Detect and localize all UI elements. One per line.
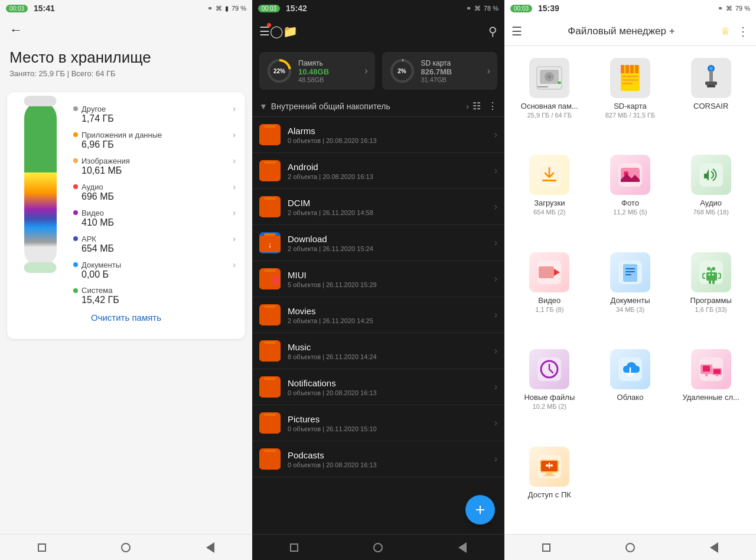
nav-back-2[interactable]	[454, 539, 471, 556]
nav-bar-2	[252, 534, 504, 560]
grid-item-cloud[interactable]: Облако	[590, 342, 671, 439]
svg-rect-14	[264, 269, 276, 272]
sd-card-card[interactable]: 2% SD карта 826.7MB 31.47GB ›	[382, 52, 498, 90]
arrow-apps: ›	[233, 130, 236, 139]
grid-view-icon[interactable]: ☷	[472, 100, 481, 112]
grid-item-hdd[interactable]: Основная пам... 25,9 ГБ / 64 ГБ	[509, 51, 590, 148]
grid-item-usb[interactable]: CORSAIR	[670, 51, 751, 148]
legend-system: Система 15,42 ГБ	[73, 286, 236, 305]
more-options-icon[interactable]: ⋮	[488, 100, 497, 112]
nav-home-3[interactable]	[622, 539, 638, 556]
recent-meta: 10,2 МБ (2)	[533, 403, 566, 410]
grid-item-recent[interactable]: Новые файлы 10,2 МБ (2)	[509, 342, 590, 439]
legend-docs[interactable]: Документы › 0,00 Б	[73, 260, 236, 280]
nav-square-3[interactable]	[538, 539, 555, 556]
internal-storage-card[interactable]: 22% Память 10.48GB 48.58GB ›	[259, 52, 375, 90]
menu-icon-3[interactable]: ☰	[511, 24, 522, 38]
legend-video[interactable]: Видео › 410 МБ	[73, 208, 236, 228]
bt-icon-3: ⚭	[718, 5, 723, 12]
back-button[interactable]: ←	[0, 17, 252, 44]
legend-apps[interactable]: Приложения и данные › 6,96 ГБ	[73, 130, 236, 150]
clean-button[interactable]: Очистить память	[17, 305, 236, 330]
folder-icon-toolbar[interactable]: 📁	[283, 24, 298, 38]
grid-item-sd[interactable]: SD-карта 827 МБ / 31,5 ГБ	[590, 51, 671, 148]
svg-rect-5	[264, 125, 276, 128]
breadcrumb-toggle[interactable]: ▼	[259, 102, 268, 111]
folder-details-download: Download 2 объекта | 26.11.2020 15:24	[288, 234, 487, 252]
folder-alarms[interactable]: Alarms 0 объектов | 20.08.2020 16:13 ›	[252, 117, 504, 153]
grid-item-docs[interactable]: Документы 34 МБ (3)	[590, 245, 671, 342]
folder-icon-alarms	[259, 124, 281, 145]
notif-time-3: 00:03	[514, 5, 529, 12]
svg-point-63	[712, 267, 715, 271]
storage-grid: Основная пам... 25,9 ГБ / 64 ГБ SD-карта…	[504, 46, 756, 534]
grid-item-remote[interactable]: Удаленные сл...	[670, 342, 751, 439]
menu-icon[interactable]: ☰	[259, 24, 270, 38]
breadcrumb-bar: ▼ Внутренний общий накопитель › ☷ ⋮	[252, 96, 504, 117]
folder-podcasts[interactable]: Podcasts 0 объектов | 20.08.2020 16:13 ›	[252, 441, 504, 477]
svg-rect-36	[630, 65, 634, 73]
search-icon-2[interactable]: ⚲	[488, 24, 497, 38]
nav-back-1[interactable]	[202, 539, 219, 556]
panel-filemanager-dark: 00:03 15:42 ⚭ ⌘ 78 % ☰ ◯ 📁 ⚲	[252, 0, 504, 560]
svg-rect-17	[264, 305, 276, 308]
internal-arrow: ›	[364, 66, 367, 76]
nav-back-3[interactable]	[706, 539, 722, 556]
storage-legend: Другое › 1,74 ГБ Приложения и данные › 6…	[73, 102, 236, 305]
svg-rect-6	[259, 164, 281, 180]
svg-rect-32	[537, 86, 548, 87]
audio-icon	[691, 155, 731, 195]
dot-images	[73, 158, 78, 163]
folder-movies[interactable]: Movies 2 объекта | 26.11.2020 14:25 ›	[252, 297, 504, 333]
folder-chevron-music: ›	[494, 346, 497, 356]
grid-item-downloads[interactable]: Загрузки 654 МБ (2)	[509, 148, 590, 245]
folder-dcim[interactable]: DCIM 2 объекта | 26.11.2020 14:58 ›	[252, 189, 504, 225]
fab-button[interactable]	[465, 495, 495, 525]
battery-1: 79 %	[232, 5, 246, 12]
legend-images[interactable]: Изображения › 10,61 МБ	[73, 156, 236, 176]
svg-rect-44	[707, 85, 715, 87]
bt-icon-2: ⚭	[466, 5, 471, 12]
grid-item-apps[interactable]: Программы 1,6 ГБ (33)	[670, 245, 751, 342]
folder-chevron-alarms: ›	[494, 129, 497, 140]
cylinder-container	[17, 102, 64, 267]
notif-time-1: 00:03	[9, 5, 24, 12]
app-title: Файловый менеджер +	[529, 25, 713, 37]
grid-item-pc[interactable]: Доступ с ПК	[509, 439, 590, 529]
downloads-icon	[529, 155, 569, 195]
grid-item-video[interactable]: Видео 1,1 ГБ (8)	[509, 245, 590, 342]
folder-miui[interactable]: MIUI 5 объектов | 26.11.2020 15:29 ›	[252, 261, 504, 297]
legend-apk[interactable]: АРК › 654 МБ	[73, 234, 236, 254]
status-right-3: ⚭ ⌘ 79 %	[718, 5, 750, 12]
nav-square-2[interactable]	[286, 539, 302, 556]
nav-home-1[interactable]	[118, 539, 134, 556]
legend-other[interactable]: Другое › 1,74 ГБ	[73, 104, 236, 124]
nav-home-2[interactable]	[370, 539, 386, 556]
photos-meta: 11,2 МБ (5)	[613, 209, 647, 216]
sd-used: 826.7MB	[421, 67, 481, 76]
folder-android[interactable]: Android 2 объекта | 20.08.2020 16:13 ›	[252, 153, 504, 189]
folder-music[interactable]: Music 8 объектов | 26.11.2020 14:24 ›	[252, 333, 504, 369]
recent-icon	[529, 349, 569, 389]
grid-item-audio[interactable]: Аудио 768 МБ (18)	[670, 148, 751, 245]
breadcrumb-chevron: ›	[466, 102, 469, 111]
audio-name: Аудио	[700, 198, 722, 207]
status-left-1: 00:03 15:41	[6, 4, 55, 13]
folder-meta-download: 2 объекта | 26.11.2020 15:24	[288, 245, 487, 252]
folder-download[interactable]: ↓ Download 2 объекта | 26.11.2020 15:24 …	[252, 225, 504, 261]
internal-progress: 22%	[266, 58, 292, 84]
legend-audio[interactable]: Аудио › 696 МБ	[73, 182, 236, 202]
folder-notifications[interactable]: Notifications 0 объектов | 20.08.2020 16…	[252, 369, 504, 405]
breadcrumb-icons: ☷ ⋮	[472, 100, 497, 112]
wifi-icon-3: ⌘	[726, 5, 732, 12]
status-right-2: ⚭ ⌘ 78 %	[466, 5, 498, 12]
svg-rect-52	[699, 163, 723, 187]
history-icon[interactable]: ◯	[270, 24, 283, 38]
nav-square-1[interactable]	[34, 539, 50, 556]
storage-card: Другое › 1,74 ГБ Приложения и данные › 6…	[7, 92, 245, 339]
folder-name-music: Music	[288, 342, 487, 352]
grid-item-photos[interactable]: Фото 11,2 МБ (5)	[590, 148, 671, 245]
svg-rect-8	[259, 200, 281, 216]
folder-pictures[interactable]: Pictures 0 объектов | 26.11.2020 15:10 ›	[252, 405, 504, 441]
more-icon-3[interactable]: ⋮	[737, 24, 749, 38]
